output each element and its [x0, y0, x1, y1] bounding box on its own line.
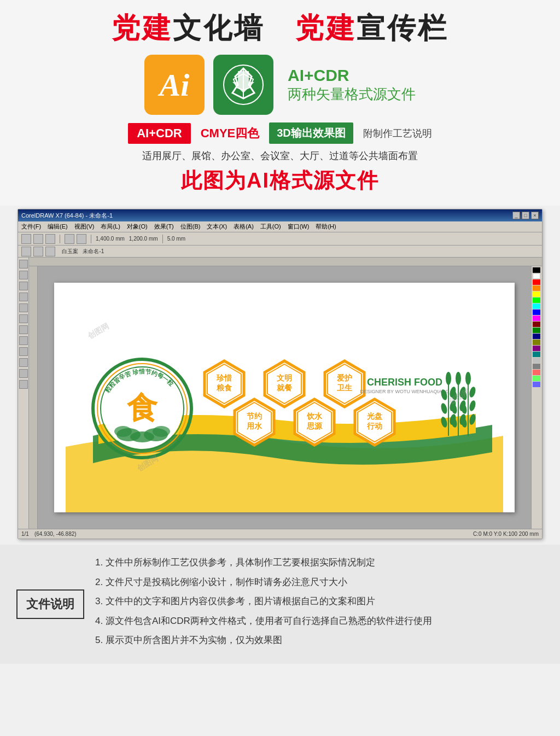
cdr-software-icon: [213, 55, 273, 115]
toolbar-size: 1,400.0 mm: [96, 236, 125, 242]
toolbar2-label: 白玉案 未命名-1: [62, 248, 104, 255]
tool-zoom[interactable]: [19, 293, 28, 301]
title-red-2: 党建: [295, 12, 357, 44]
swatch-darkred[interactable]: [533, 322, 540, 327]
cdr-page: 创图网 创图网 创图网: [54, 283, 515, 512]
swatch-green[interactable]: [533, 297, 540, 303]
cdr-ruler-top: [29, 258, 542, 266]
swatch-gray[interactable]: [533, 364, 540, 369]
menu-window[interactable]: 窗口(W): [288, 223, 310, 231]
title-black-1: 文化墙: [173, 12, 265, 44]
svg-text:文明: 文明: [277, 373, 292, 382]
menu-effect[interactable]: 效果(T): [154, 223, 174, 231]
swatch-lightblue[interactable]: [533, 382, 540, 387]
cdr-window-title: CorelDRAW X7 (64-84) - 未命名-1: [21, 212, 512, 220]
swatch-magenta[interactable]: [533, 316, 540, 321]
toolbar-new[interactable]: [21, 234, 31, 244]
ai-cdr-tag: AI+CDR: [128, 123, 191, 144]
menu-help[interactable]: 帮助(H): [316, 223, 336, 231]
tool-table[interactable]: [19, 369, 28, 378]
toolbar-save[interactable]: [45, 234, 55, 244]
swatch-white[interactable]: [533, 273, 540, 279]
menu-table[interactable]: 表格(A): [234, 223, 254, 231]
tool-rect[interactable]: [19, 325, 28, 334]
svg-text:光盘: 光盘: [366, 412, 383, 420]
format-line1: AI+CDR: [288, 66, 416, 85]
note-tag: 附制作工艺说明: [363, 127, 432, 140]
svg-text:粮食: 粮食: [216, 383, 232, 392]
toolbar-redo[interactable]: [77, 234, 86, 244]
swatch-lightred[interactable]: [533, 370, 540, 375]
menu-layout[interactable]: 布局(L): [101, 223, 120, 231]
menu-tools[interactable]: 工具(O): [260, 223, 281, 231]
svg-text:节约: 节约: [247, 412, 262, 420]
tool-ellipse[interactable]: [19, 336, 28, 345]
menu-edit[interactable]: 编辑(E): [48, 223, 68, 231]
svg-text:就餐: 就餐: [277, 383, 293, 392]
tool-select[interactable]: [19, 260, 28, 268]
menu-file[interactable]: 文件(F): [21, 223, 41, 231]
menu-text[interactable]: 文本(X): [207, 223, 227, 231]
svg-text:食: 食: [126, 391, 158, 425]
swatch-cyan[interactable]: [533, 303, 540, 309]
tool-smart[interactable]: [19, 314, 28, 323]
header-section: 党建文化墙 党建宣传栏 Ai AI+CDR 两种矢量格式源文件 AI+CDR C…: [0, 0, 560, 206]
toolbar-divider3: [162, 235, 163, 243]
menu-view[interactable]: 视图(V): [74, 223, 95, 231]
cdr-tools-panel: [18, 258, 29, 529]
svg-point-11: [153, 426, 170, 437]
svg-point-41: [440, 402, 448, 414]
swatch-darkgreen[interactable]: [533, 328, 540, 333]
toolbar-undo[interactable]: [65, 234, 74, 244]
swatch-purple[interactable]: [533, 346, 540, 351]
note-item-2: 2. 文件尺寸是投稿比例缩小设计，制作时请务必注意尺寸大小: [95, 575, 544, 589]
cdr-menubar: 文件(F) 编辑(E) 视图(V) 布局(L) 对象(O) 效果(T) 位图(B…: [18, 221, 542, 232]
cdr-page-indicator: 1/1: [21, 531, 29, 537]
svg-point-60: [469, 386, 477, 398]
swatch-navy[interactable]: [533, 334, 540, 339]
toolbar-zoom: 5.0 mm: [167, 236, 185, 242]
file-notes-container: 文件说明 1. 文件中所标制作工艺仅供参考，具体制作工艺要根据实际情况制定 2.…: [16, 556, 544, 653]
toolbar-size2: 1,200.0 mm: [129, 236, 158, 242]
cdr-window-buttons[interactable]: _ □ ×: [512, 212, 539, 219]
icons-row: Ai AI+CDR 两种矢量格式源文件: [5, 55, 555, 115]
svg-text:卫生: 卫生: [337, 383, 352, 392]
ai-format-title: 此图为AI格式源文件: [5, 167, 555, 195]
toolbar2-btn1[interactable]: [21, 247, 31, 256]
svg-text:珍惜: 珍惜: [216, 374, 232, 382]
toolbar-open[interactable]: [33, 234, 43, 244]
tool-polygon[interactable]: [19, 347, 28, 356]
toolbar-divider2: [91, 235, 91, 243]
swatch-teal[interactable]: [533, 352, 540, 357]
svg-text:行动: 行动: [366, 422, 382, 430]
swatch-blue[interactable]: [533, 309, 540, 315]
minimize-button[interactable]: _: [512, 212, 520, 219]
svg-point-58: [469, 400, 477, 412]
toolbar2-btn2[interactable]: [33, 247, 43, 256]
swatch-orange[interactable]: [533, 285, 540, 291]
tool-crop[interactable]: [19, 282, 28, 290]
close-button[interactable]: ×: [531, 212, 539, 219]
tool-text[interactable]: [19, 358, 28, 367]
cdr-ruler-left: [29, 266, 38, 529]
tool-fill[interactable]: [19, 380, 28, 389]
swatch-yellow[interactable]: [533, 291, 540, 297]
swatch-lightgreen[interactable]: [533, 376, 540, 381]
tool-freehand[interactable]: [19, 303, 28, 312]
restore-button[interactable]: □: [522, 212, 529, 219]
note-item-5: 5. 展示页中所含图片并不为实物，仅为效果图: [95, 633, 544, 647]
threed-tag: 3D输出效果图: [269, 122, 353, 144]
menu-object[interactable]: 对象(O): [127, 223, 148, 231]
tool-shape[interactable]: [19, 271, 28, 279]
swatch-olive[interactable]: [533, 340, 540, 345]
toolbar2-btn3[interactable]: [45, 247, 55, 256]
menu-bitmap[interactable]: 位图(B): [180, 223, 201, 231]
format-line2: 两种矢量格式源文件: [288, 85, 416, 104]
swatch-red[interactable]: [533, 279, 540, 285]
file-label: 文件说明: [16, 589, 84, 619]
cdr-color-palette[interactable]: [531, 266, 542, 529]
svg-text:思源: 思源: [306, 422, 323, 430]
swatch-silver[interactable]: [533, 358, 540, 363]
swatch-black[interactable]: [533, 267, 540, 273]
cdr-canvas[interactable]: 创图网 创图网 创图网: [38, 266, 531, 529]
